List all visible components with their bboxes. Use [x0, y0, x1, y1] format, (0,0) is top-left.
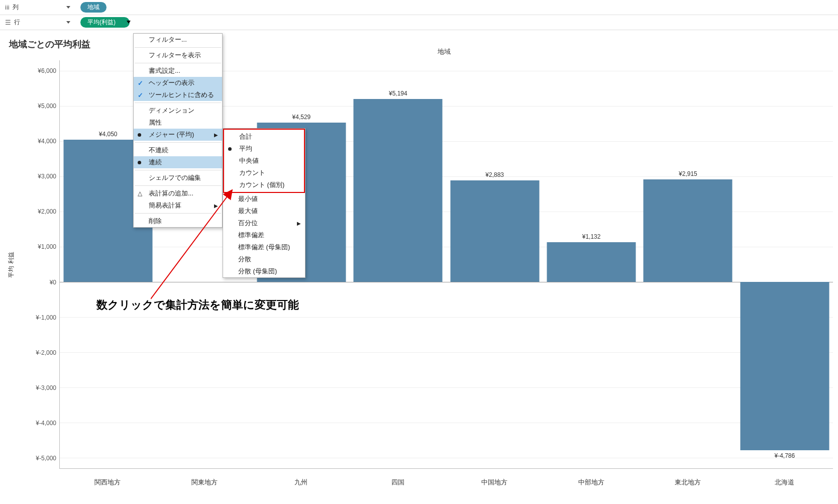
menu-show-filter[interactable]: フィルターを表示	[134, 49, 222, 61]
caret-down-icon[interactable]	[66, 21, 70, 24]
ytick: ¥1,000	[38, 243, 56, 250]
menu-edit-shelf[interactable]: シェルフでの編集	[134, 172, 222, 184]
menu-separator	[135, 185, 221, 186]
bar-value-label: ¥4,050	[99, 131, 118, 138]
axis-title-top: 地域	[438, 47, 451, 56]
bar[interactable]	[547, 242, 636, 282]
columns-shelf[interactable]: iii 列 地域	[0, 0, 838, 15]
submenu-var[interactable]: 分散	[223, 253, 305, 265]
pill-dropdown-icon[interactable]	[127, 21, 131, 24]
highlighted-aggregation-group: 合計 平均 中央値 カウント カウント (個別)	[223, 129, 305, 193]
bar-value-label: ¥-4,786	[774, 452, 795, 459]
xaxis-category-label: 関西地方	[59, 478, 156, 488]
delta-icon: △	[138, 190, 142, 197]
bar[interactable]	[740, 282, 829, 450]
ytick: ¥2,000	[38, 208, 56, 215]
menu-separator	[135, 170, 221, 170]
menu-show-header[interactable]: ✓ヘッダーの表示	[134, 77, 222, 89]
bar[interactable]	[354, 99, 443, 282]
submenu-stdevp[interactable]: 標準偏差 (母集団)	[223, 241, 305, 253]
menu-filter[interactable]: フィルター...	[134, 34, 222, 46]
menu-measure[interactable]: メジャー (平均)▶	[134, 129, 222, 141]
ytick: ¥-3,000	[36, 384, 56, 391]
bullet-icon	[138, 133, 141, 137]
menu-format[interactable]: 書式設定...	[134, 65, 222, 77]
rows-shelf-label: ☰ 行	[5, 18, 75, 27]
menu-separator	[135, 142, 221, 143]
annotation-text: 数クリックで集計方法を簡単に変更可能	[96, 297, 299, 313]
submenu-median[interactable]: 中央値	[224, 155, 304, 167]
columns-icon: iii	[5, 4, 10, 11]
xaxis-category-label: 中国地方	[446, 478, 543, 488]
submenu-varp[interactable]: 分散 (母集団)	[223, 265, 305, 277]
menu-separator	[135, 47, 221, 48]
submenu-sum[interactable]: 合計	[224, 131, 304, 143]
bullet-icon	[138, 161, 141, 164]
menu-discrete[interactable]: 不連続	[134, 144, 222, 156]
ytick: ¥6,000	[38, 67, 56, 74]
ytick: ¥0	[50, 279, 56, 286]
check-icon: ✓	[138, 91, 143, 99]
xaxis-category-label: 北海道	[737, 478, 833, 488]
context-submenu-aggregation[interactable]: 合計 平均 中央値 カウント カウント (個別) 最小値 最大値 百分位▶ 標準…	[223, 128, 305, 278]
rows-shelf[interactable]: ☰ 行 平均(利益)	[0, 15, 838, 30]
bar[interactable]	[450, 180, 539, 282]
xaxis-category-label: 中部地方	[543, 478, 640, 488]
bar-column: ¥5,194	[350, 60, 446, 468]
bar-column: ¥2,883	[447, 60, 543, 468]
bullet-icon	[228, 147, 232, 151]
rows-pill-text: 平均(利益)	[87, 17, 116, 28]
ytick: ¥3,000	[38, 173, 56, 180]
columns-pill-region[interactable]: 地域	[80, 2, 107, 13]
check-icon: ✓	[138, 79, 143, 87]
ytick: ¥-1,000	[36, 314, 56, 321]
menu-attribute[interactable]: 属性	[134, 117, 222, 129]
xaxis-category-label: 東北地方	[640, 478, 737, 488]
chevron-right-icon: ▶	[297, 221, 301, 226]
rows-pill-avg-profit[interactable]: 平均(利益)	[80, 17, 130, 28]
submenu-max[interactable]: 最大値	[223, 205, 305, 217]
xaxis-category-label: 九州	[253, 478, 350, 488]
submenu-min[interactable]: 最小値	[223, 193, 305, 205]
bar-value-label: ¥1,132	[582, 233, 601, 240]
menu-table-calc[interactable]: △表計算の追加...	[134, 187, 222, 199]
menu-separator	[135, 63, 221, 63]
bar-column: ¥2,915	[640, 60, 736, 468]
submenu-count[interactable]: カウント	[224, 167, 304, 179]
ytick: ¥-5,000	[36, 455, 56, 462]
ytick: ¥-2,000	[36, 349, 56, 356]
context-menu-pill[interactable]: フィルター... フィルターを表示 書式設定... ✓ヘッダーの表示 ✓ツールヒ…	[133, 33, 223, 228]
viz-area: 地域ごとの平均利益 地域 平均 利益 ¥-5,000¥-4,000¥-3,000…	[0, 31, 838, 504]
columns-pill-text: 地域	[87, 2, 99, 13]
ytick: ¥-4,000	[36, 420, 56, 427]
submenu-stdev[interactable]: 標準偏差	[223, 229, 305, 241]
bar[interactable]	[644, 179, 732, 282]
yaxis-label-wrap: 平均 利益	[10, 60, 23, 469]
yaxis: ¥-5,000¥-4,000¥-3,000¥-2,000¥-1,000¥0¥1,…	[23, 60, 59, 469]
xaxis-category-label: 関東地方	[156, 478, 253, 488]
menu-remove[interactable]: 削除	[134, 215, 222, 227]
bar-value-label: ¥2,915	[679, 170, 697, 177]
rows-icon: ☰	[5, 19, 11, 26]
chevron-right-icon: ▶	[214, 132, 218, 138]
ytick: ¥4,000	[38, 138, 56, 145]
submenu-avg[interactable]: 平均	[224, 143, 304, 155]
bar-value-label: ¥5,194	[389, 90, 407, 97]
menu-separator	[135, 213, 221, 214]
submenu-percentile[interactable]: 百分位▶	[223, 217, 305, 229]
submenu-countd[interactable]: カウント (個別)	[224, 179, 304, 191]
menu-include-tooltip[interactable]: ✓ツールヒントに含める	[134, 89, 222, 101]
ytick: ¥5,000	[38, 103, 56, 110]
columns-shelf-label: iii 列	[5, 3, 75, 12]
yaxis-label: 平均 利益	[7, 252, 16, 277]
caret-down-icon[interactable]	[66, 6, 70, 9]
menu-continuous[interactable]: 連続	[134, 156, 222, 168]
rows-label-text: 行	[14, 18, 20, 27]
bar-column: ¥-4,786	[737, 60, 833, 468]
menu-quick-table-calc[interactable]: 簡易表計算▶	[134, 199, 222, 212]
bar-column: ¥1,132	[543, 60, 640, 468]
columns-label-text: 列	[13, 3, 19, 12]
bar-value-label: ¥4,529	[292, 114, 311, 121]
xaxis-category-label: 四国	[350, 478, 447, 488]
menu-dimension[interactable]: ディメンション	[134, 105, 222, 117]
